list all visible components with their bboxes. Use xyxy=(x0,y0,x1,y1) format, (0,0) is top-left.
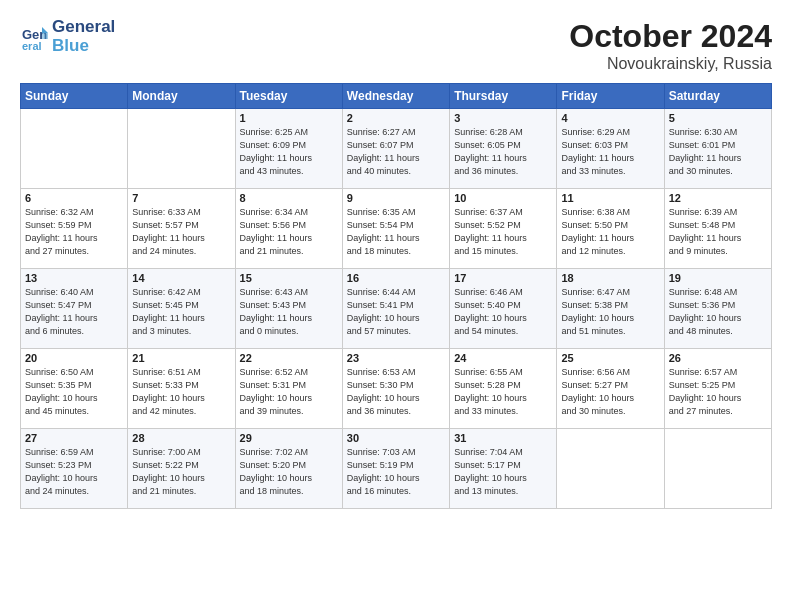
calendar-cell: 5Sunrise: 6:30 AMSunset: 6:01 PMDaylight… xyxy=(664,109,771,189)
day-number: 19 xyxy=(669,272,767,284)
calendar-cell: 2Sunrise: 6:27 AMSunset: 6:07 PMDaylight… xyxy=(342,109,449,189)
day-number: 28 xyxy=(132,432,230,444)
day-detail: Sunrise: 6:34 AMSunset: 5:56 PMDaylight:… xyxy=(240,206,338,258)
day-number: 24 xyxy=(454,352,552,364)
logo-icon: Gen eral xyxy=(20,23,48,51)
day-number: 13 xyxy=(25,272,123,284)
day-number: 17 xyxy=(454,272,552,284)
day-number: 14 xyxy=(132,272,230,284)
day-number: 8 xyxy=(240,192,338,204)
weekday-sunday: Sunday xyxy=(21,84,128,109)
day-number: 6 xyxy=(25,192,123,204)
day-number: 22 xyxy=(240,352,338,364)
week-row-1: 1Sunrise: 6:25 AMSunset: 6:09 PMDaylight… xyxy=(21,109,772,189)
weekday-friday: Friday xyxy=(557,84,664,109)
day-detail: Sunrise: 6:29 AMSunset: 6:03 PMDaylight:… xyxy=(561,126,659,178)
page: Gen eral General Blue October 2024 Novou… xyxy=(0,0,792,612)
calendar-cell: 23Sunrise: 6:53 AMSunset: 5:30 PMDayligh… xyxy=(342,349,449,429)
day-detail: Sunrise: 6:25 AMSunset: 6:09 PMDaylight:… xyxy=(240,126,338,178)
day-detail: Sunrise: 6:39 AMSunset: 5:48 PMDaylight:… xyxy=(669,206,767,258)
day-detail: Sunrise: 6:57 AMSunset: 5:25 PMDaylight:… xyxy=(669,366,767,418)
weekday-header-row: SundayMondayTuesdayWednesdayThursdayFrid… xyxy=(21,84,772,109)
day-number: 25 xyxy=(561,352,659,364)
title-block: October 2024 Novoukrainskiy, Russia xyxy=(569,18,772,73)
day-detail: Sunrise: 6:53 AMSunset: 5:30 PMDaylight:… xyxy=(347,366,445,418)
calendar-cell: 11Sunrise: 6:38 AMSunset: 5:50 PMDayligh… xyxy=(557,189,664,269)
day-detail: Sunrise: 7:04 AMSunset: 5:17 PMDaylight:… xyxy=(454,446,552,498)
day-detail: Sunrise: 6:44 AMSunset: 5:41 PMDaylight:… xyxy=(347,286,445,338)
day-detail: Sunrise: 7:02 AMSunset: 5:20 PMDaylight:… xyxy=(240,446,338,498)
day-detail: Sunrise: 6:42 AMSunset: 5:45 PMDaylight:… xyxy=(132,286,230,338)
day-number: 10 xyxy=(454,192,552,204)
calendar-cell: 30Sunrise: 7:03 AMSunset: 5:19 PMDayligh… xyxy=(342,429,449,509)
day-detail: Sunrise: 6:50 AMSunset: 5:35 PMDaylight:… xyxy=(25,366,123,418)
week-row-4: 20Sunrise: 6:50 AMSunset: 5:35 PMDayligh… xyxy=(21,349,772,429)
day-number: 4 xyxy=(561,112,659,124)
day-number: 11 xyxy=(561,192,659,204)
day-detail: Sunrise: 6:43 AMSunset: 5:43 PMDaylight:… xyxy=(240,286,338,338)
day-detail: Sunrise: 6:35 AMSunset: 5:54 PMDaylight:… xyxy=(347,206,445,258)
day-number: 9 xyxy=(347,192,445,204)
day-number: 31 xyxy=(454,432,552,444)
week-row-2: 6Sunrise: 6:32 AMSunset: 5:59 PMDaylight… xyxy=(21,189,772,269)
svg-marker-4 xyxy=(42,33,48,39)
day-detail: Sunrise: 6:37 AMSunset: 5:52 PMDaylight:… xyxy=(454,206,552,258)
day-detail: Sunrise: 7:03 AMSunset: 5:19 PMDaylight:… xyxy=(347,446,445,498)
calendar-cell: 1Sunrise: 6:25 AMSunset: 6:09 PMDaylight… xyxy=(235,109,342,189)
day-number: 16 xyxy=(347,272,445,284)
calendar-cell: 29Sunrise: 7:02 AMSunset: 5:20 PMDayligh… xyxy=(235,429,342,509)
calendar-cell: 27Sunrise: 6:59 AMSunset: 5:23 PMDayligh… xyxy=(21,429,128,509)
calendar-cell: 3Sunrise: 6:28 AMSunset: 6:05 PMDaylight… xyxy=(450,109,557,189)
day-number: 5 xyxy=(669,112,767,124)
calendar-cell xyxy=(128,109,235,189)
day-number: 20 xyxy=(25,352,123,364)
calendar-cell: 12Sunrise: 6:39 AMSunset: 5:48 PMDayligh… xyxy=(664,189,771,269)
calendar-cell: 24Sunrise: 6:55 AMSunset: 5:28 PMDayligh… xyxy=(450,349,557,429)
calendar-cell: 20Sunrise: 6:50 AMSunset: 5:35 PMDayligh… xyxy=(21,349,128,429)
day-number: 30 xyxy=(347,432,445,444)
calendar-table: SundayMondayTuesdayWednesdayThursdayFrid… xyxy=(20,83,772,509)
calendar-cell: 8Sunrise: 6:34 AMSunset: 5:56 PMDaylight… xyxy=(235,189,342,269)
day-number: 12 xyxy=(669,192,767,204)
day-detail: Sunrise: 6:55 AMSunset: 5:28 PMDaylight:… xyxy=(454,366,552,418)
logo: Gen eral General Blue xyxy=(20,18,115,55)
day-number: 21 xyxy=(132,352,230,364)
weekday-wednesday: Wednesday xyxy=(342,84,449,109)
day-number: 2 xyxy=(347,112,445,124)
calendar-cell: 21Sunrise: 6:51 AMSunset: 5:33 PMDayligh… xyxy=(128,349,235,429)
day-detail: Sunrise: 6:48 AMSunset: 5:36 PMDaylight:… xyxy=(669,286,767,338)
calendar-cell: 19Sunrise: 6:48 AMSunset: 5:36 PMDayligh… xyxy=(664,269,771,349)
calendar-cell: 6Sunrise: 6:32 AMSunset: 5:59 PMDaylight… xyxy=(21,189,128,269)
calendar-cell xyxy=(557,429,664,509)
weekday-tuesday: Tuesday xyxy=(235,84,342,109)
day-detail: Sunrise: 6:56 AMSunset: 5:27 PMDaylight:… xyxy=(561,366,659,418)
calendar-cell: 15Sunrise: 6:43 AMSunset: 5:43 PMDayligh… xyxy=(235,269,342,349)
day-detail: Sunrise: 6:28 AMSunset: 6:05 PMDaylight:… xyxy=(454,126,552,178)
day-number: 27 xyxy=(25,432,123,444)
calendar-cell: 14Sunrise: 6:42 AMSunset: 5:45 PMDayligh… xyxy=(128,269,235,349)
calendar-cell: 22Sunrise: 6:52 AMSunset: 5:31 PMDayligh… xyxy=(235,349,342,429)
day-number: 29 xyxy=(240,432,338,444)
header: Gen eral General Blue October 2024 Novou… xyxy=(20,18,772,73)
day-detail: Sunrise: 6:51 AMSunset: 5:33 PMDaylight:… xyxy=(132,366,230,418)
day-detail: Sunrise: 6:38 AMSunset: 5:50 PMDaylight:… xyxy=(561,206,659,258)
day-number: 3 xyxy=(454,112,552,124)
calendar-cell: 7Sunrise: 6:33 AMSunset: 5:57 PMDaylight… xyxy=(128,189,235,269)
calendar-cell: 28Sunrise: 7:00 AMSunset: 5:22 PMDayligh… xyxy=(128,429,235,509)
calendar-cell: 13Sunrise: 6:40 AMSunset: 5:47 PMDayligh… xyxy=(21,269,128,349)
day-number: 7 xyxy=(132,192,230,204)
week-row-3: 13Sunrise: 6:40 AMSunset: 5:47 PMDayligh… xyxy=(21,269,772,349)
day-detail: Sunrise: 6:46 AMSunset: 5:40 PMDaylight:… xyxy=(454,286,552,338)
calendar-cell: 25Sunrise: 6:56 AMSunset: 5:27 PMDayligh… xyxy=(557,349,664,429)
day-number: 1 xyxy=(240,112,338,124)
weekday-monday: Monday xyxy=(128,84,235,109)
calendar-cell: 4Sunrise: 6:29 AMSunset: 6:03 PMDaylight… xyxy=(557,109,664,189)
svg-text:eral: eral xyxy=(22,40,42,51)
day-number: 23 xyxy=(347,352,445,364)
weekday-thursday: Thursday xyxy=(450,84,557,109)
weekday-saturday: Saturday xyxy=(664,84,771,109)
week-row-5: 27Sunrise: 6:59 AMSunset: 5:23 PMDayligh… xyxy=(21,429,772,509)
calendar-cell: 31Sunrise: 7:04 AMSunset: 5:17 PMDayligh… xyxy=(450,429,557,509)
calendar-cell: 26Sunrise: 6:57 AMSunset: 5:25 PMDayligh… xyxy=(664,349,771,429)
day-detail: Sunrise: 6:33 AMSunset: 5:57 PMDaylight:… xyxy=(132,206,230,258)
